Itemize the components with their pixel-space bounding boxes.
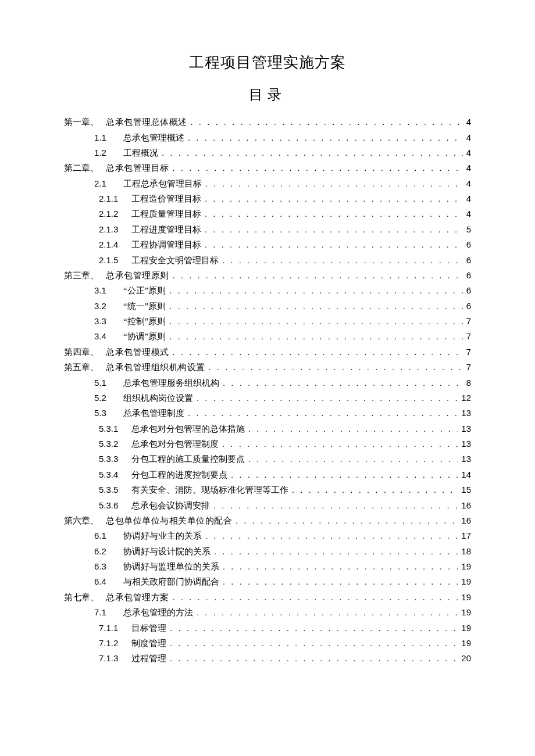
toc-entry-title: 与相关政府部门协调配合 bbox=[123, 578, 219, 586]
toc-entry-page: 6 bbox=[463, 240, 471, 249]
toc-entry[interactable]: 3.2“统一”原则6 bbox=[64, 299, 471, 314]
toc-entry[interactable]: 2.1.4工程协调管理目标6 bbox=[64, 237, 471, 252]
toc-entry[interactable]: 第三章、总承包管理原则6 bbox=[64, 268, 471, 283]
toc-entry-number: 3.2 bbox=[94, 302, 123, 310]
toc-entry-title: “控制”原则 bbox=[123, 317, 166, 326]
toc-entry-number: 2.1.4 bbox=[99, 240, 131, 249]
toc-entry-number: 7.1 bbox=[94, 608, 123, 617]
toc-entry[interactable]: 6.3协调好与监理单位的关系19 bbox=[64, 559, 471, 574]
toc-entry[interactable]: 2.1.3工程进度管理目标5 bbox=[64, 222, 471, 237]
toc-entry[interactable]: 5.3.5有关安全、消防、现场标准化管理等工作15 bbox=[64, 482, 471, 497]
toc-leader-dots bbox=[173, 271, 463, 280]
toc-entry[interactable]: 7.1.1目标管理19 bbox=[64, 620, 471, 635]
toc-entry[interactable]: 5.3.2总承包对分包管理制度13 bbox=[64, 436, 471, 452]
toc-entry[interactable]: 3.1“公正”原则6 bbox=[64, 283, 471, 298]
toc-entry[interactable]: 第一章、总承包管理总体概述4 bbox=[64, 114, 471, 130]
toc-entry[interactable]: 5.3.6总承包会议协调安排16 bbox=[64, 497, 471, 513]
toc-entry-number: 7.1.1 bbox=[99, 624, 131, 632]
toc-entry-page: 6 bbox=[463, 286, 471, 295]
toc-entry-page: 5 bbox=[463, 225, 471, 234]
toc-entry-page: 20 bbox=[458, 654, 471, 662]
toc-entry-number: 2.1 bbox=[94, 179, 123, 188]
toc-entry-number: 6.4 bbox=[94, 577, 123, 586]
toc-entry-title: 组织机构岗位设置 bbox=[123, 394, 193, 403]
toc-entry-page: 4 bbox=[463, 148, 471, 157]
toc-leader-dots bbox=[170, 624, 458, 632]
toc-leader-dots bbox=[223, 562, 458, 571]
toc-leader-dots bbox=[169, 317, 462, 325]
toc-leader-dots bbox=[170, 654, 458, 662]
toc-entry-number: 第七章、 bbox=[64, 593, 106, 602]
toc-entry-title: 总承包管理总体概述 bbox=[106, 118, 187, 127]
toc-entry-page: 19 bbox=[458, 562, 471, 571]
toc-entry-title: 总承包会议协调安排 bbox=[131, 501, 210, 510]
toc-entry-title: 工程总承包管理目标 bbox=[123, 180, 202, 188]
toc-leader-dots bbox=[188, 133, 463, 142]
toc-entry-page: 15 bbox=[458, 485, 471, 494]
toc-entry-number: 3.4 bbox=[94, 332, 123, 341]
toc-entry-page: 6 bbox=[463, 302, 471, 310]
toc-entry-title: 有关安全、消防、现场标准化管理等工作 bbox=[131, 486, 288, 495]
toc-entry[interactable]: 3.4“协调”原则7 bbox=[64, 329, 471, 344]
toc-entry[interactable]: 第六章、总包单位单位与相关单位的配合16 bbox=[64, 513, 471, 528]
toc-entry-title: 过程管理 bbox=[131, 654, 166, 663]
toc-leader-dots bbox=[191, 117, 463, 126]
toc-entry-title: 总承包管理的方法 bbox=[123, 608, 193, 617]
toc-entry[interactable]: 5.1总承包管理服务组织机构8 bbox=[64, 375, 471, 390]
toc-entry-number: 5.3.6 bbox=[99, 501, 131, 510]
toc-entry[interactable]: 2.1工程总承包管理目标4 bbox=[64, 176, 471, 191]
toc-entry[interactable]: 6.2协调好与设计院的关系18 bbox=[64, 544, 471, 559]
toc-entry[interactable]: 2.1.2工程质量管理目标4 bbox=[64, 206, 471, 221]
toc-entry-page: 4 bbox=[463, 179, 471, 188]
toc-entry-number: 5.3.2 bbox=[99, 439, 131, 448]
toc-entry-title: 总承包管理服务组织机构 bbox=[123, 379, 219, 388]
toc-entry-number: 3.1 bbox=[94, 286, 123, 295]
toc-entry[interactable]: 6.4与相关政府部门协调配合19 bbox=[64, 574, 471, 589]
toc-entry[interactable]: 7.1总承包管理的方法19 bbox=[64, 605, 471, 620]
toc-entry-page: 13 bbox=[458, 454, 471, 463]
toc-entry-number: 3.3 bbox=[94, 317, 123, 325]
toc-entry[interactable]: 3.3“控制”原则7 bbox=[64, 314, 471, 329]
toc-entry[interactable]: 5.3.4分包工程的进度控制要点14 bbox=[64, 467, 471, 482]
toc-entry-page: 4 bbox=[463, 133, 471, 142]
toc-entry-number: 第三章、 bbox=[64, 271, 106, 280]
toc-entry-number: 6.1 bbox=[94, 531, 123, 540]
toc-entry[interactable]: 5.3.3分包工程的施工质量控制要点13 bbox=[64, 452, 471, 467]
toc-entry-number: 2.1.3 bbox=[99, 225, 131, 234]
toc-entry-title: 分包工程的施工质量控制要点 bbox=[131, 455, 245, 464]
toc-entry-title: 工程造价管理目标 bbox=[131, 195, 201, 203]
toc-entry[interactable]: 6.1协调好与业主的关系17 bbox=[64, 528, 471, 543]
toc-entry-title: “协调”原则 bbox=[123, 332, 166, 341]
toc-entry-number: 5.3.3 bbox=[99, 454, 131, 463]
toc-entry[interactable]: 2.1.5工程安全文明管理目标6 bbox=[64, 252, 471, 267]
toc-entry-title: 协调好与监理单位的关系 bbox=[123, 562, 219, 571]
toc-entry[interactable]: 第七章、总承包管理方案19 bbox=[64, 590, 471, 605]
toc-entry-number: 7.1.3 bbox=[99, 654, 131, 662]
toc-entry[interactable]: 5.2组织机构岗位设置12 bbox=[64, 390, 471, 406]
toc-entry[interactable]: 第二章、总承包管理目标4 bbox=[64, 160, 471, 175]
toc-entry-number: 5.3.1 bbox=[99, 424, 131, 433]
toc-entry-title: 工程概况 bbox=[123, 149, 158, 157]
toc-entry-page: 7 bbox=[463, 347, 471, 356]
toc-entry[interactable]: 7.1.2制度管理19 bbox=[64, 636, 471, 651]
toc-leader-dots bbox=[223, 378, 463, 387]
toc-entry-page: 19 bbox=[458, 639, 471, 647]
toc-entry[interactable]: 7.1.3过程管理20 bbox=[64, 651, 471, 666]
toc-entry[interactable]: 1.2工程概况4 bbox=[64, 145, 471, 160]
toc-entry-page: 13 bbox=[458, 424, 471, 433]
toc-entry[interactable]: 5.3总承包管理制度13 bbox=[64, 406, 471, 421]
toc-entry-number: 1.1 bbox=[94, 133, 123, 142]
toc-entry[interactable]: 第四章、总承包管理模式7 bbox=[64, 345, 471, 360]
toc-entry[interactable]: 5.3.1总承包对分包管理的总体措施13 bbox=[64, 421, 471, 436]
toc-entry-title: “公正”原则 bbox=[123, 286, 166, 295]
toc-entry[interactable]: 第五章、总承包管理组织机构设置7 bbox=[64, 360, 471, 375]
toc-entry-title: 协调好与业主的关系 bbox=[123, 532, 202, 540]
toc-entry[interactable]: 2.1.1工程造价管理目标4 bbox=[64, 191, 471, 206]
toc-entry-title: 工程进度管理目标 bbox=[131, 225, 201, 234]
toc-entry-page: 7 bbox=[463, 317, 471, 325]
toc-leader-dots bbox=[169, 286, 462, 295]
toc-leader-dots bbox=[223, 577, 458, 586]
toc-entry[interactable]: 1.1总承包管理概述4 bbox=[64, 130, 471, 145]
toc-entry-page: 12 bbox=[458, 393, 471, 402]
toc-leader-dots bbox=[173, 347, 463, 356]
